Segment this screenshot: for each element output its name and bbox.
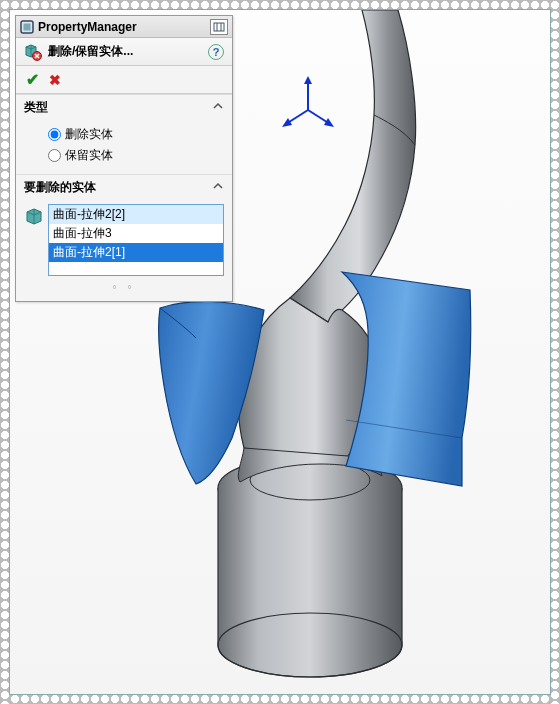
cancel-button[interactable]: ✖ <box>47 72 63 88</box>
radio-keep-label: 保留实体 <box>65 147 113 164</box>
section-bodies-title: 要删除的实体 <box>24 179 96 196</box>
pm-confirm-row: ✔ ✖ <box>16 66 232 94</box>
pm-title-icon <box>20 20 34 34</box>
list-item[interactable]: 曲面-拉伸3 <box>49 224 223 243</box>
pm-titlebar: PropertyManager <box>16 16 232 38</box>
section-bodies: 要删除的实体 曲面-拉伸2[2] 曲面-拉伸3 <box>16 174 232 301</box>
property-manager-panel: PropertyManager 删除/保留实体... ? ✔ ✖ <box>15 15 233 302</box>
list-item[interactable]: 曲面-拉伸2[1] <box>49 243 223 262</box>
radio-delete-input[interactable] <box>48 128 61 141</box>
pm-title-text: PropertyManager <box>38 20 137 34</box>
section-type: 类型 删除实体 保留实体 <box>16 94 232 174</box>
ok-button[interactable]: ✔ <box>24 70 41 89</box>
model-cyl-body <box>218 488 402 677</box>
viewport[interactable]: PropertyManager 删除/保留实体... ? ✔ ✖ <box>10 10 550 694</box>
radio-keep-input[interactable] <box>48 149 61 162</box>
radio-delete-body[interactable]: 删除实体 <box>24 124 224 145</box>
section-bodies-header[interactable]: 要删除的实体 <box>16 175 232 200</box>
pm-feature-label: 删除/保留实体... <box>48 43 208 60</box>
radio-keep-body[interactable]: 保留实体 <box>24 145 224 166</box>
chevron-up-icon <box>212 180 224 195</box>
body-select-icon <box>24 206 44 226</box>
section-type-title: 类型 <box>24 99 48 116</box>
svg-marker-3 <box>324 118 334 127</box>
help-button[interactable]: ? <box>208 44 224 60</box>
svg-rect-7 <box>24 23 31 30</box>
list-item[interactable]: 曲面-拉伸2[2] <box>49 205 223 224</box>
svg-rect-8 <box>214 23 224 31</box>
panel-resize-grip[interactable]: ° ° <box>16 284 232 301</box>
section-type-header[interactable]: 类型 <box>16 95 232 120</box>
bodies-listbox[interactable]: 曲面-拉伸2[2] 曲面-拉伸3 曲面-拉伸2[1] <box>48 204 224 276</box>
view-triad[interactable] <box>282 76 334 127</box>
radio-delete-label: 删除实体 <box>65 126 113 143</box>
chevron-up-icon <box>212 100 224 115</box>
svg-marker-1 <box>304 76 312 84</box>
delete-body-icon <box>24 43 42 61</box>
pm-pin-button[interactable] <box>210 19 228 35</box>
pm-feature-header: 删除/保留实体... ? <box>16 38 232 66</box>
svg-marker-5 <box>282 118 292 127</box>
